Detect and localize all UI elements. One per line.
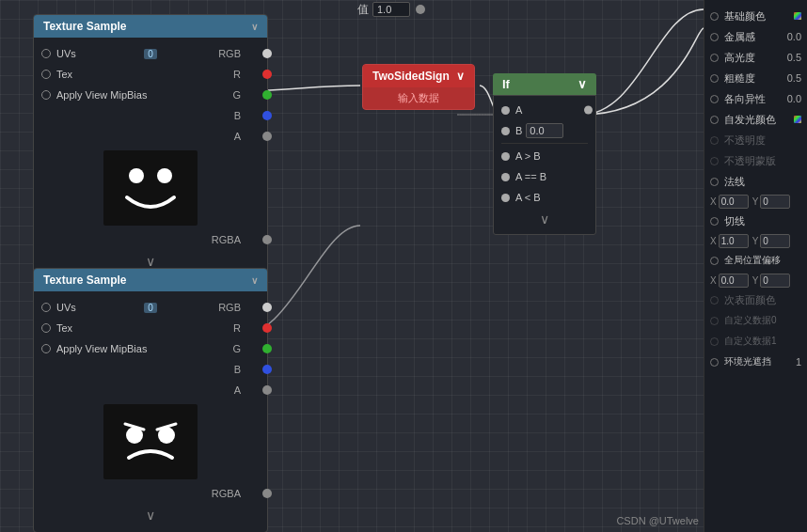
svg-rect-0 xyxy=(108,155,193,221)
right-row-emissive: 自发光颜色 xyxy=(704,109,807,130)
custom0-connector[interactable] xyxy=(710,317,719,325)
uvs-label: UVs xyxy=(56,48,140,59)
anisotropy-connector[interactable] xyxy=(710,95,719,103)
if-node: If ∨ A B A > B A == B A < B xyxy=(493,73,596,235)
apply-radio[interactable] xyxy=(41,90,51,100)
bottom-expand-row[interactable]: ∨ xyxy=(34,504,267,526)
opacity-mask-label: 不透明蒙版 xyxy=(724,154,801,168)
value-label: 值 xyxy=(357,2,369,18)
top-panel-header[interactable]: Texture Sample ∨ xyxy=(34,15,267,38)
roughness-value: 0.5 xyxy=(787,72,801,84)
ao-connector[interactable] xyxy=(710,358,719,367)
value-input[interactable] xyxy=(372,2,410,17)
rgba-label-right: RGBA xyxy=(141,234,260,245)
tangent-label: 切线 xyxy=(724,214,801,228)
normal-y-input[interactable] xyxy=(760,195,790,209)
rgb-connector[interactable] xyxy=(262,49,272,58)
if-agt-connector[interactable] xyxy=(501,152,510,161)
b-rgb-connector[interactable] xyxy=(262,303,272,312)
if-alt-row: A < B xyxy=(501,187,588,208)
world-offset-connector[interactable] xyxy=(710,257,719,265)
top-expand-icon: ∨ xyxy=(146,254,155,269)
if-alt-connector[interactable] xyxy=(501,194,510,202)
b-rgba-row: RGBA xyxy=(34,483,267,504)
right-row-base-color: 基础颜色 xyxy=(704,6,807,26)
custom1-connector[interactable] xyxy=(710,337,719,346)
b-rgba-label: RGBA xyxy=(141,488,260,499)
b-g-connector[interactable] xyxy=(262,344,272,353)
ba-row: A xyxy=(34,380,267,400)
ao-value: 1 xyxy=(796,356,801,368)
tangent-y-label: Y xyxy=(752,236,759,246)
top-panel-chevron[interactable]: ∨ xyxy=(251,22,258,32)
b-tex-radio[interactable] xyxy=(41,323,51,333)
g-connector[interactable] xyxy=(262,90,272,100)
roughness-connector[interactable] xyxy=(710,74,719,83)
b-label-right: B xyxy=(141,110,260,121)
opacity-connector[interactable] xyxy=(710,136,719,145)
if-a-connector-right[interactable] xyxy=(584,106,593,115)
g-label-right: G xyxy=(149,89,260,101)
bb-row: B xyxy=(34,359,267,380)
b-apply-radio[interactable] xyxy=(41,344,51,353)
normal-x-input[interactable] xyxy=(719,195,749,209)
if-a-row: A xyxy=(501,100,588,120)
if-a-connector-left[interactable] xyxy=(501,106,510,115)
b-r-connector[interactable] xyxy=(262,323,272,333)
b-uvs-row: UVs 0 RGB xyxy=(34,297,267,318)
tex-radio[interactable] xyxy=(41,70,51,79)
bb-connector[interactable] xyxy=(262,365,272,374)
top-preview xyxy=(103,150,198,226)
if-expand-row[interactable]: ∨ xyxy=(501,208,588,230)
normal-connector[interactable] xyxy=(710,178,719,186)
offset-x-input[interactable] xyxy=(719,274,749,288)
if-header[interactable]: If ∨ xyxy=(493,73,596,95)
b-uvs-radio[interactable] xyxy=(41,303,51,312)
subsurface-connector[interactable] xyxy=(710,296,719,305)
subsurface-label: 次表面颜色 xyxy=(724,293,801,307)
b-connector[interactable] xyxy=(262,111,272,120)
svg-point-1 xyxy=(129,168,144,183)
b-apply-label: Apply View MipBias xyxy=(56,343,149,354)
bottom-panel-title: Texture Sample xyxy=(43,274,126,287)
base-color-connector[interactable] xyxy=(710,12,719,21)
tangent-connector[interactable] xyxy=(710,217,719,226)
if-agt-row: A > B xyxy=(501,146,588,166)
right-row-world-offset: 全局位置偏移 xyxy=(704,250,807,271)
two-sided-chevron[interactable]: ∨ xyxy=(456,70,465,83)
if-aeq-connector[interactable] xyxy=(501,173,510,181)
svg-point-2 xyxy=(157,168,172,183)
offset-y-input[interactable] xyxy=(760,274,790,288)
a-label-right: A xyxy=(141,131,260,142)
a-connector[interactable] xyxy=(262,132,272,141)
opacity-mask-connector[interactable] xyxy=(710,157,719,165)
r-label-right: R xyxy=(149,69,260,80)
rgba-connector[interactable] xyxy=(262,235,272,244)
if-b-row: B xyxy=(501,120,588,141)
if-chevron[interactable]: ∨ xyxy=(578,77,587,91)
two-sided-header[interactable]: TwoSidedSign ∨ xyxy=(363,65,474,87)
bottom-panel-header[interactable]: Texture Sample ∨ xyxy=(34,269,267,291)
uvs-radio[interactable] xyxy=(41,49,51,58)
tangent-x-input[interactable] xyxy=(719,234,749,248)
if-b-value[interactable] xyxy=(526,123,563,138)
right-row-opacity: 不透明度 xyxy=(704,130,807,150)
ba-connector[interactable] xyxy=(262,385,272,395)
r-connector[interactable] xyxy=(262,70,272,79)
tangent-x-label: X xyxy=(710,236,717,246)
b-rgba-connector[interactable] xyxy=(262,489,272,498)
right-row-specular: 高光度 0.5 xyxy=(704,47,807,68)
b-row: B xyxy=(34,105,267,126)
b-tex-label: Tex xyxy=(56,322,149,334)
emissive-label: 自发光颜色 xyxy=(724,113,790,127)
metallic-connector[interactable] xyxy=(710,33,719,41)
two-sided-subtitle: 输入数据 xyxy=(398,92,439,103)
top-panel-body: UVs 0 RGB Tex R Apply View MipBias G B xyxy=(34,38,267,278)
bottom-panel-chevron[interactable]: ∨ xyxy=(251,275,258,286)
normal-label: 法线 xyxy=(724,175,801,189)
tangent-y-input[interactable] xyxy=(760,234,790,248)
emissive-connector[interactable] xyxy=(710,116,719,124)
right-panel: 基础颜色 金属感 0.0 高光度 0.5 粗糙度 0.5 各向异性 0.0 自发… xyxy=(704,0,807,532)
if-b-connector-left[interactable] xyxy=(501,127,510,135)
specular-connector[interactable] xyxy=(710,54,719,62)
